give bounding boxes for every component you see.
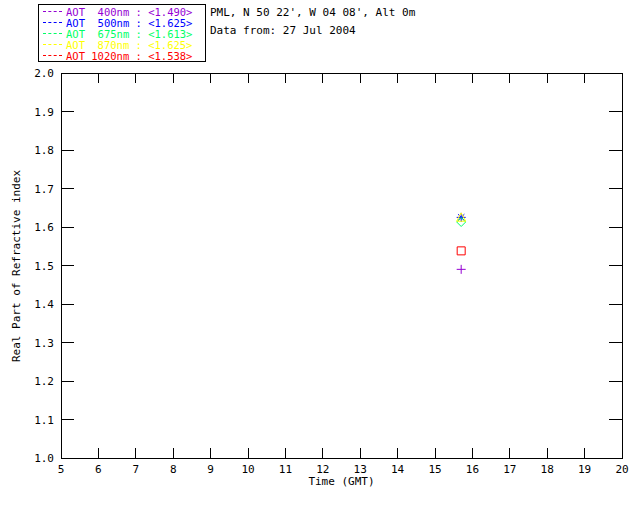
y-tick-label: 2.0: [34, 67, 54, 80]
legend-line-sample: [43, 11, 62, 12]
x-axis-title: Time (GMT): [61, 475, 622, 488]
y-tick-label: 1.7: [34, 183, 54, 196]
legend-line-sample: [43, 55, 62, 56]
legend-entry: AOT 400nm : <1.490>: [39, 6, 205, 17]
legend-box: AOT 400nm : <1.490>AOT 500nm : <1.625>AO…: [38, 4, 206, 62]
legend-entry: AOT 1020nm : <1.538>: [39, 50, 205, 61]
y-axis-title: Real Part of Refractive index: [10, 170, 23, 362]
site-info-line: PML, N 50 22', W 04 08', Alt 0m: [210, 6, 415, 19]
plot-frame: [61, 73, 622, 458]
y-tick-label: 1.2: [34, 375, 54, 388]
y-tick-label: 1.0: [34, 452, 54, 465]
legend-line-sample: [43, 33, 62, 34]
scatter-chart: 5678910111213141516171819201.01.11.21.31…: [0, 0, 640, 512]
legend-entry: AOT 500nm : <1.625>: [39, 17, 205, 28]
legend-line-sample: [43, 22, 62, 23]
legend-entry-label: AOT 1020nm : <1.538>: [66, 50, 192, 62]
aot-refractive-index-plot: 5678910111213141516171819201.01.11.21.31…: [0, 0, 640, 512]
y-tick-label: 1.4: [34, 298, 54, 311]
data-date-line: Data from: 27 Jul 2004: [210, 24, 356, 37]
legend-line-sample: [43, 44, 62, 45]
marker-aot-400nm: [457, 265, 466, 274]
y-tick-label: 1.3: [34, 337, 54, 350]
legend-entry: AOT 870nm : <1.625>: [39, 39, 205, 50]
y-tick-label: 1.8: [34, 144, 54, 157]
legend-entry: AOT 675nm : <1.613>: [39, 28, 205, 39]
y-tick-label: 1.1: [34, 414, 54, 427]
y-tick-label: 1.6: [34, 221, 54, 234]
y-tick-label: 1.5: [34, 260, 54, 273]
y-tick-label: 1.9: [34, 106, 54, 119]
marker-aot-1020nm: [457, 247, 465, 255]
